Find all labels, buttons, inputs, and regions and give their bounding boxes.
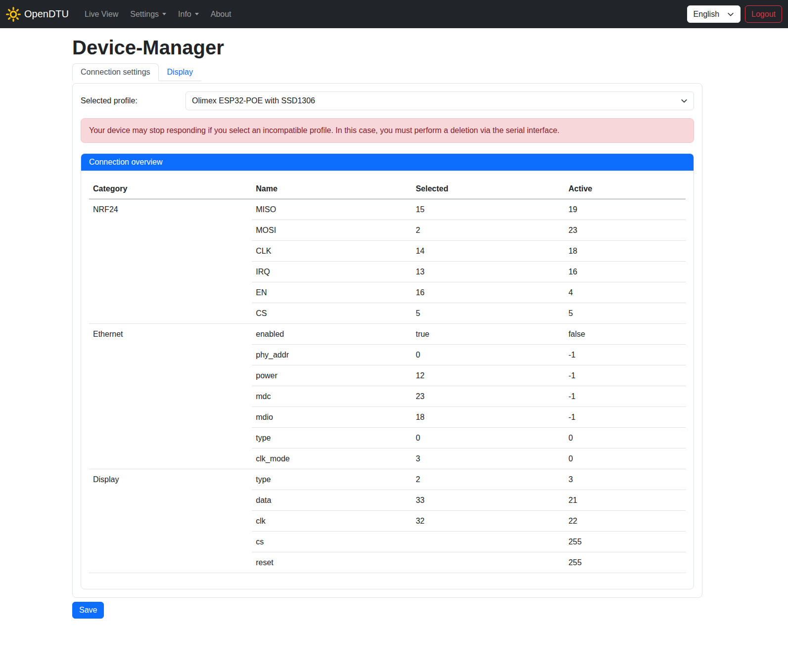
nav-item-settings[interactable]: Settings: [126, 6, 170, 23]
main-content: Device-Manager Connection settings Displ…: [72, 37, 702, 619]
selected-cell: true: [412, 324, 564, 345]
active-cell: 0: [564, 448, 686, 469]
name-cell: EN: [252, 282, 412, 303]
column-header-name: Name: [252, 179, 412, 199]
selected-cell: 5: [412, 303, 564, 324]
column-header-active: Active: [564, 179, 686, 199]
settings-card-body: Selected profile: Olimex ESP32-POE with …: [73, 84, 702, 597]
selected-cell: 2: [412, 469, 564, 490]
logout-button[interactable]: Logout: [745, 5, 782, 23]
name-cell: CS: [252, 303, 412, 324]
table-row: Ethernetenabledtruefalse: [89, 324, 686, 345]
profile-select[interactable]: Olimex ESP32-POE with SSD1306: [185, 91, 694, 110]
connection-overview-body: Category Name Selected Active NRF24MISO1…: [81, 171, 694, 589]
active-cell: -1: [564, 365, 686, 386]
selected-cell: 15: [412, 199, 564, 220]
selected-cell: 32: [412, 511, 564, 532]
profile-select-value: Olimex ESP32-POE with SSD1306: [192, 96, 315, 105]
active-cell: 18: [564, 241, 686, 262]
chevron-down-icon: [162, 13, 166, 15]
active-cell: 0: [564, 428, 686, 448]
selected-cell: 23: [412, 386, 564, 407]
navbar: OpenDTU Live View Settings Info About En…: [0, 0, 788, 28]
name-cell: phy_addr: [252, 345, 412, 365]
connection-table: Category Name Selected Active NRF24MISO1…: [89, 179, 686, 573]
nav-item-info[interactable]: Info: [174, 6, 203, 23]
selected-cell: 3: [412, 448, 564, 469]
table-row: Displaytype23: [89, 469, 686, 490]
active-cell: 4: [564, 282, 686, 303]
name-cell: reset: [252, 552, 412, 573]
name-cell: cs: [252, 532, 412, 552]
tab-display[interactable]: Display: [159, 63, 201, 81]
nav-item-settings-label: Settings: [130, 10, 159, 19]
active-cell: 21: [564, 490, 686, 511]
name-cell: type: [252, 469, 412, 490]
name-cell: data: [252, 490, 412, 511]
nav-item-about[interactable]: About: [207, 6, 235, 23]
connection-overview-header: Connection overview: [81, 154, 694, 171]
selected-cell: 33: [412, 490, 564, 511]
name-cell: power: [252, 365, 412, 386]
save-button[interactable]: Save: [72, 602, 104, 619]
brand-link[interactable]: OpenDTU: [6, 7, 69, 22]
name-cell: MOSI: [252, 220, 412, 241]
active-cell: 22: [564, 511, 686, 532]
selected-cell: 2: [412, 220, 564, 241]
category-cell: Ethernet: [89, 324, 252, 469]
name-cell: clk_mode: [252, 448, 412, 469]
table-row: NRF24MISO1519: [89, 199, 686, 220]
chevron-down-icon: [681, 97, 688, 104]
warning-alert: Your device may stop responding if you s…: [81, 118, 694, 143]
active-cell: 255: [564, 552, 686, 573]
active-cell: false: [564, 324, 686, 345]
table-header-row: Category Name Selected Active: [89, 179, 686, 199]
category-cell: NRF24: [89, 199, 252, 324]
column-header-selected: Selected: [412, 179, 564, 199]
name-cell: enabled: [252, 324, 412, 345]
active-cell: 19: [564, 199, 686, 220]
active-cell: 255: [564, 532, 686, 552]
nav-item-live-view[interactable]: Live View: [81, 6, 122, 23]
selected-cell: 0: [412, 428, 564, 448]
name-cell: type: [252, 428, 412, 448]
chevron-down-icon: [727, 11, 734, 18]
name-cell: MISO: [252, 199, 412, 220]
selected-cell: 14: [412, 241, 564, 262]
active-cell: -1: [564, 386, 686, 407]
active-cell: -1: [564, 407, 686, 428]
settings-card: Selected profile: Olimex ESP32-POE with …: [72, 83, 702, 598]
navbar-right: English Logout: [687, 5, 782, 23]
name-cell: mdc: [252, 386, 412, 407]
selected-cell: [412, 552, 564, 573]
navbar-left: OpenDTU Live View Settings Info About: [6, 6, 239, 23]
selected-cell: 18: [412, 407, 564, 428]
tab-connection-settings[interactable]: Connection settings: [72, 63, 159, 81]
name-cell: clk: [252, 511, 412, 532]
name-cell: IRQ: [252, 262, 412, 282]
selected-cell: [412, 532, 564, 552]
selected-profile-label: Selected profile:: [81, 96, 185, 105]
selected-cell: 12: [412, 365, 564, 386]
sun-icon: [6, 7, 21, 22]
selected-profile-row: Selected profile: Olimex ESP32-POE with …: [81, 91, 694, 110]
connection-table-body: NRF24MISO1519MOSI223CLK1418IRQ1316EN164C…: [89, 199, 686, 573]
language-select-value: English: [694, 10, 719, 19]
active-cell: 16: [564, 262, 686, 282]
active-cell: -1: [564, 345, 686, 365]
column-header-category: Category: [89, 179, 252, 199]
nav-item-info-label: Info: [178, 10, 191, 19]
language-select[interactable]: English: [687, 5, 741, 23]
selected-cell: 0: [412, 345, 564, 365]
active-cell: 23: [564, 220, 686, 241]
brand-label: OpenDTU: [24, 8, 69, 20]
category-cell: Display: [89, 469, 252, 573]
name-cell: mdio: [252, 407, 412, 428]
selected-cell: 16: [412, 282, 564, 303]
tab-bar: Connection settings Display: [72, 63, 702, 81]
page-title: Device-Manager: [72, 37, 702, 59]
active-cell: 3: [564, 469, 686, 490]
active-cell: 5: [564, 303, 686, 324]
connection-overview-card: Connection overview Category Name Select…: [81, 153, 694, 589]
name-cell: CLK: [252, 241, 412, 262]
